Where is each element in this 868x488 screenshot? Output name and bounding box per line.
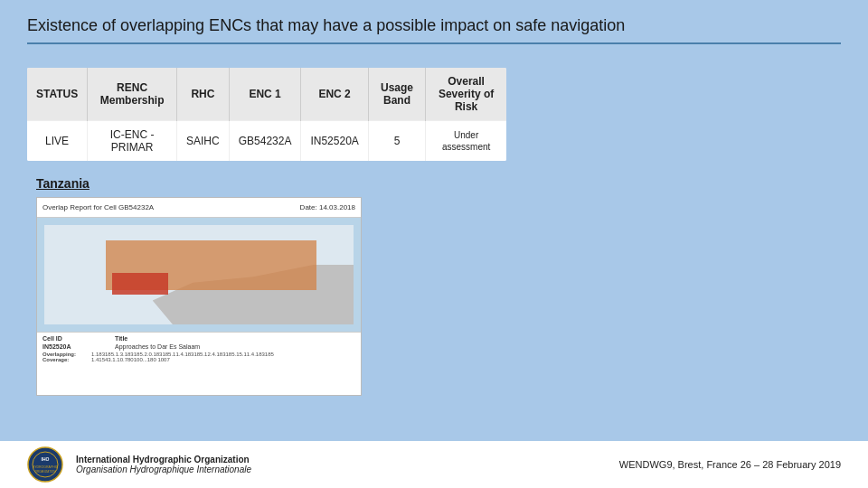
map-footer-title-value: Approaches to Dar Es Salaam xyxy=(115,343,200,350)
cell-overall-severity: Under assessment xyxy=(426,121,506,162)
map-footer-data-row: IN52520A Approaches to Dar Es Salaam xyxy=(42,343,355,350)
map-body xyxy=(37,218,361,332)
map-inner: Overlap Report for Cell GB54232A Date: 1… xyxy=(37,198,361,395)
map-footer-header-row: Cell ID Title xyxy=(42,335,355,342)
map-footer-coverage-value: 1.41543.1.10.780100...180 1007 xyxy=(91,357,170,362)
footer-org-text-container: International Hydrographic Organization … xyxy=(76,455,251,474)
footer-bar: IHO HYDROGRAPHIC ORGANIZATION Internatio… xyxy=(0,441,868,488)
footer-logo: IHO HYDROGRAPHIC ORGANIZATION xyxy=(27,446,63,483)
col-header-overall-severity: Overall Severity of Risk xyxy=(426,68,506,121)
content-area: STATUS RENC Membership RHC ENC 1 ENC 2 U… xyxy=(27,68,841,479)
map-header-right: Date: 14.03.2018 xyxy=(300,203,355,211)
col-header-renc: RENC Membership xyxy=(88,68,177,121)
footer-org-name-en: International Hydrographic Organization xyxy=(76,455,251,465)
map-container: Overlap Report for Cell GB54232A Date: 1… xyxy=(36,197,362,396)
map-header-left: Overlap Report for Cell GB54232A xyxy=(42,203,154,211)
left-section: STATUS RENC Membership RHC ENC 1 ENC 2 U… xyxy=(27,68,506,479)
region-label: Tanzania xyxy=(36,176,90,191)
col-header-rhc: RHC xyxy=(177,68,230,121)
map-footer-title-label: Title xyxy=(115,335,127,342)
cell-renc: IC-ENC - PRIMAR xyxy=(88,121,177,162)
table-container: STATUS RENC Membership RHC ENC 1 ENC 2 U… xyxy=(27,68,506,161)
table-header-row: STATUS RENC Membership RHC ENC 1 ENC 2 U… xyxy=(27,68,506,121)
map-footer-coverage-label: Coverage: xyxy=(42,357,88,362)
title-section: Existence of overlapping ENCs that may h… xyxy=(27,16,841,57)
svg-point-0 xyxy=(28,447,62,482)
cell-status: LIVE xyxy=(27,121,88,162)
map-footer-cell-id-value: IN52520A xyxy=(42,343,97,350)
footer-conference: WENDWG9, Brest, France 26 – 28 February … xyxy=(619,459,841,470)
col-header-enc2: ENC 2 xyxy=(301,68,368,121)
iho-logo-icon: IHO HYDROGRAPHIC ORGANIZATION xyxy=(27,446,63,483)
cell-usage-band: 5 xyxy=(368,121,425,162)
map-footer: Cell ID Title IN52520A Approaches to Dar… xyxy=(37,332,361,395)
page-container: Existence of overlapping ENCs that may h… xyxy=(0,0,868,488)
svg-text:ORGANIZATION: ORGANIZATION xyxy=(35,470,56,474)
svg-text:IHO: IHO xyxy=(42,456,50,462)
footer-org-name-fr: Organisation Hydrographique Internationa… xyxy=(76,465,251,474)
map-white-area xyxy=(44,225,354,324)
region-label-container: Tanzania xyxy=(27,175,506,192)
cell-enc2: IN52520A xyxy=(301,121,368,162)
col-header-usage-band: Usage Band xyxy=(368,68,425,121)
page-title: Existence of overlapping ENCs that may h… xyxy=(27,16,841,35)
map-red-square xyxy=(112,273,168,295)
cell-rhc: SAIHC xyxy=(177,121,230,162)
cell-enc1: GB54232A xyxy=(229,121,301,162)
data-table: STATUS RENC Membership RHC ENC 1 ENC 2 U… xyxy=(27,68,506,161)
map-header: Overlap Report for Cell GB54232A Date: 1… xyxy=(37,198,361,218)
map-footer-coverage-row: Coverage: 1.41543.1.10.780100...180 1007 xyxy=(42,357,355,362)
table-row: LIVE IC-ENC - PRIMAR SAIHC GB54232A IN52… xyxy=(27,121,506,162)
col-header-status: STATUS xyxy=(27,68,88,121)
col-header-enc1: ENC 1 xyxy=(229,68,301,121)
title-divider xyxy=(27,42,841,44)
svg-text:HYDROGRAPHIC: HYDROGRAPHIC xyxy=(33,465,59,469)
map-footer-cell-id-label: Cell ID xyxy=(42,335,97,342)
